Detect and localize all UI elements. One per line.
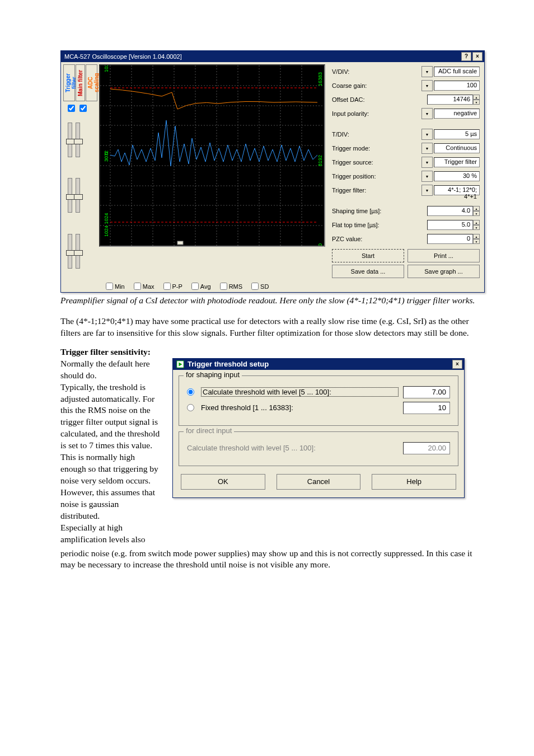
coarse-gain-label: Coarse gain: (332, 82, 421, 89)
trigger-filter-value[interactable]: 4*-1; 12*0; 4*+1 (434, 185, 480, 195)
trigger-position-label: Trigger position: (332, 173, 421, 180)
oscilloscope-graph: 1024 7168 0 3072 1024 1024 16383 8192 0 (99, 64, 325, 247)
slider-2a[interactable] (68, 178, 72, 213)
slider-3b[interactable] (76, 234, 80, 269)
trigger-mode-label: Trigger mode: (332, 145, 421, 152)
tdiv-value[interactable]: 5 µs (434, 129, 480, 139)
check-pp[interactable]: P-P (163, 283, 182, 290)
fixed-threshold-value[interactable]: 10 (403, 402, 450, 414)
save-data-button[interactable]: Save data ... (332, 265, 404, 278)
opt-fixed-threshold-label: Fixed threshold [1 ... 16383]: (201, 403, 399, 412)
svg-text:3072: 3072 (104, 151, 109, 162)
radio-calc-threshold[interactable] (187, 388, 194, 396)
shaping-input-group: for shaping input Calculate threshold wi… (179, 375, 458, 426)
polarity-value[interactable]: negative (434, 109, 480, 119)
check-rms[interactable]: RMS (220, 283, 242, 290)
cancel-button[interactable]: Cancel (277, 474, 361, 490)
tab-trigger-filter[interactable]: Trigger filter (63, 64, 75, 101)
left-controls: Trigger filter Main filter ADC scaling (63, 64, 97, 279)
radio-fixed-threshold[interactable] (187, 404, 194, 411)
svg-text:8192: 8192 (317, 155, 323, 166)
dialog-title: Trigger threshold setup (188, 360, 269, 368)
figure-caption: Preamplifier signal of a CsI detector wi… (60, 295, 485, 307)
flat-top-value[interactable]: 5.0 (427, 220, 473, 230)
check-min[interactable]: Min (106, 283, 125, 290)
vdiv-dropdown[interactable]: ▼ (421, 66, 433, 77)
polarity-dropdown[interactable]: ▼ (421, 108, 433, 119)
direct-input-group: for direct input Calculate threshold wit… (179, 431, 458, 466)
svg-text:16383: 16383 (317, 72, 323, 86)
tab-main-filter[interactable]: Main filter (76, 64, 85, 101)
section-heading: Trigger filter sensitivity: (60, 347, 485, 357)
oscilloscope-window: MCA-527 Oscilloscope [Version 1.04.0002]… (60, 50, 485, 293)
vdiv-value[interactable]: ADC full scale (434, 67, 480, 77)
svg-rect-26 (177, 241, 183, 245)
tdiv-label: T/DIV: (332, 131, 421, 138)
body-para-1: The (4*-1;12*0;4*1) may have some practi… (60, 316, 485, 339)
opt-direct-calc-label: Calculate threshold with level [5 ... 10… (187, 444, 399, 452)
offset-dac-label: Offset DAC: (332, 96, 427, 103)
dialog-close-icon[interactable]: × (452, 360, 462, 369)
trigger-source-label: Trigger source: (332, 159, 421, 166)
check-avg[interactable]: Avg (191, 283, 211, 290)
direct-input-legend: for direct input (184, 426, 234, 435)
shaping-time-spinner[interactable]: ▲▼ (473, 206, 480, 216)
shaping-time-label: Shaping time [µs]: (332, 208, 427, 214)
flat-top-label: Flat top time [µs]: (332, 222, 427, 228)
pzc-label: PZC value: (332, 236, 427, 242)
opt-calc-threshold-label: Calculate threshold with level [5 ... 10… (201, 387, 399, 397)
slider-3a[interactable] (68, 234, 72, 269)
polarity-label: Input polarity: (332, 110, 421, 117)
tdiv-dropdown[interactable]: ▼ (421, 129, 433, 140)
left-check-1[interactable] (68, 105, 75, 112)
save-graph-button[interactable]: Save graph ... (407, 265, 480, 278)
coarse-gain-value[interactable]: 100 (434, 81, 480, 91)
oscilloscope-footer: Min Max P-P Avg RMS SD (61, 281, 484, 292)
shaping-input-legend: for shaping input (184, 370, 242, 379)
side-paragraph: Normally the default here should do. Typ… (60, 358, 160, 546)
trigger-source-dropdown[interactable]: ▼ (421, 157, 433, 168)
dialog-titlebar: Trigger threshold setup × (173, 359, 464, 370)
calc-threshold-value[interactable]: 7.00 (403, 386, 450, 398)
check-max[interactable]: Max (134, 283, 154, 290)
help-button[interactable]: Help (372, 474, 456, 490)
pzc-spinner[interactable]: ▲▼ (473, 234, 480, 244)
help-icon[interactable]: ? (461, 52, 471, 61)
direct-calc-value: 20.00 (403, 442, 450, 454)
offset-dac-spinner[interactable]: ▲▼ (473, 95, 480, 105)
shaping-time-value[interactable]: 4.0 (427, 206, 473, 216)
print-button[interactable]: Print ... (407, 249, 480, 262)
check-sd[interactable]: SD (251, 283, 269, 290)
tab-adc-scaling[interactable]: ADC scaling (86, 64, 97, 101)
trigger-filter-label: Trigger filter: (332, 187, 421, 194)
oscilloscope-controls: V/DIV: ▼ ADC full scale Coarse gain: ▼ 1… (327, 64, 482, 279)
trigger-source-value[interactable]: Trigger filter (434, 157, 480, 167)
left-check-2[interactable] (79, 105, 87, 112)
flat-top-spinner[interactable]: ▲▼ (473, 220, 480, 230)
oscilloscope-title: MCA-527 Oscilloscope [Version 1.04.0002] (64, 53, 182, 60)
trigger-threshold-dialog: Trigger threshold setup × for shaping in… (172, 358, 465, 498)
offset-dac-value[interactable]: 14746 (427, 95, 473, 105)
slider-1a[interactable] (68, 123, 72, 157)
svg-text:1024
1024: 1024 1024 (104, 213, 109, 237)
trigger-mode-dropdown[interactable]: ▼ (421, 143, 433, 154)
pzc-value[interactable]: 0 (427, 234, 473, 244)
ok-button[interactable]: OK (181, 474, 265, 490)
slider-1b[interactable] (76, 123, 80, 157)
trigger-filter-dropdown[interactable]: ▼ (421, 185, 433, 196)
oscilloscope-titlebar: MCA-527 Oscilloscope [Version 1.04.0002]… (61, 51, 484, 62)
trigger-position-dropdown[interactable]: ▼ (421, 171, 433, 182)
coarse-gain-dropdown[interactable]: ▼ (421, 80, 433, 91)
start-button[interactable]: Start (332, 249, 404, 262)
svg-text:0: 0 (317, 243, 323, 246)
tail-paragraph: periodic noise (e.g. from switch mode po… (60, 548, 485, 571)
vdiv-label: V/DIV: (332, 68, 421, 75)
dialog-icon (176, 360, 184, 368)
trigger-position-value[interactable]: 30 % (434, 171, 480, 181)
scale-top-label: 1024 7168 (104, 65, 109, 72)
close-icon[interactable]: × (472, 52, 483, 61)
trigger-mode-value[interactable]: Continuous (434, 143, 480, 153)
slider-2b[interactable] (76, 178, 80, 213)
